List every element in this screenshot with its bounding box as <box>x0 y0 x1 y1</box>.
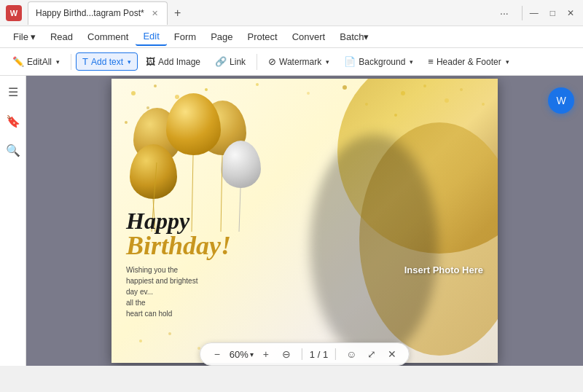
bottom-bar-sep <box>302 348 302 360</box>
minimize-button[interactable]: — <box>527 7 541 20</box>
wish-text: Wishing you thehappiest and brightestday… <box>126 264 381 319</box>
tab-bar: Happy Birthd...tagram Post* ✕ + <box>28 0 500 26</box>
menu-protect[interactable]: Protect <box>240 28 285 45</box>
smiley-button[interactable]: ☺ <box>343 346 359 362</box>
tab-close-icon[interactable]: ✕ <box>152 9 158 18</box>
tab-label: Happy Birthd...tagram Post* <box>36 8 144 18</box>
header-footer-button[interactable]: ≡ Header & Footer ▾ <box>421 52 515 71</box>
svg-point-18 <box>168 332 171 335</box>
svg-point-17 <box>139 340 142 342</box>
close-bar-button[interactable]: ✕ <box>384 346 400 362</box>
bottom-bar-sep-2 <box>335 348 336 360</box>
birthday-text: Birthday! <box>126 232 381 259</box>
toolbar-sep-2 <box>257 54 257 70</box>
menu-edit[interactable]: Edit <box>136 28 166 46</box>
menu-convert[interactable]: Convert <box>285 28 333 45</box>
watermark-icon: ⊘ <box>268 56 276 67</box>
edit-all-button[interactable]: ✏️ EditAll ▾ <box>6 52 66 71</box>
toolbar-sep-1 <box>71 54 71 70</box>
pdf-viewer[interactable]: Happy Birthday! Wishing you thehappiest … <box>26 76 583 366</box>
insert-photo-label: Insert Photo Here <box>404 264 483 275</box>
add-image-icon: 🖼 <box>146 56 155 67</box>
active-tab[interactable]: Happy Birthd...tagram Post* ✕ <box>28 1 168 25</box>
header-footer-icon: ≡ <box>428 56 434 67</box>
menu-page[interactable]: Page <box>203 28 240 45</box>
card-text-area: Happy Birthday! Wishing you thehappiest … <box>126 209 381 319</box>
main-layout: ☰ 🔖 🔍 <box>0 76 583 366</box>
svg-point-14 <box>307 92 310 95</box>
background-button[interactable]: 📄 Background ▾ <box>337 52 420 71</box>
zoom-percent[interactable]: 60% ▾ <box>230 349 254 360</box>
svg-point-15 <box>343 85 347 90</box>
header-footer-arrow: ▾ <box>506 58 509 66</box>
sidebar-icon-pages[interactable]: ☰ <box>3 82 23 102</box>
add-text-arrow: ▾ <box>128 58 131 66</box>
toolbar: ✏️ EditAll ▾ T Add text ▾ 🖼 Add Image 🔗 … <box>0 48 583 76</box>
menu-form[interactable]: Form <box>167 28 203 45</box>
maximize-button[interactable]: □ <box>547 7 558 20</box>
new-tab-button[interactable]: + <box>168 3 188 23</box>
watermark-arrow: ▾ <box>326 58 329 66</box>
add-text-icon: T <box>82 56 88 67</box>
bottom-toolbar: − 60% ▾ + ⊖ 1 / 1 ☺ ⤢ ✕ <box>200 342 410 366</box>
menu-comment[interactable]: Comment <box>80 28 136 45</box>
zoom-in-button[interactable]: + <box>258 346 274 362</box>
pdf-page: Happy Birthday! Wishing you thehappiest … <box>111 79 498 363</box>
menubar: File ▾ Read Comment Edit Form Page Prote… <box>0 26 583 48</box>
app-logo: W <box>6 5 22 21</box>
watermark-button[interactable]: ⊘ Watermark ▾ <box>262 52 336 71</box>
link-button[interactable]: 🔗 Link <box>208 52 252 71</box>
page-indicator: 1 / 1 <box>310 349 328 360</box>
titlebar-separator <box>522 6 523 20</box>
titlebar: W Happy Birthd...tagram Post* ✕ + ··· — … <box>0 0 583 26</box>
sidebar-icon-search[interactable]: 🔍 <box>3 140 23 160</box>
add-text-button[interactable]: T Add text ▾ <box>76 52 138 71</box>
card-background: Happy Birthday! Wishing you thehappiest … <box>111 79 498 363</box>
float-action-button[interactable]: W <box>548 87 574 114</box>
menu-read[interactable]: Read <box>43 28 80 45</box>
close-button[interactable]: ✕ <box>564 7 577 20</box>
zoom-reset-button[interactable]: ⊖ <box>278 346 294 362</box>
menu-batch[interactable]: Batch▾ <box>332 28 376 45</box>
zoom-out-button[interactable]: − <box>209 346 225 362</box>
more-options-button[interactable]: ··· <box>500 7 509 19</box>
file-menu[interactable]: File ▾ <box>6 28 43 45</box>
edit-all-icon: ✏️ <box>12 56 24 67</box>
sidebar: ☰ 🔖 🔍 <box>0 76 26 366</box>
link-icon: 🔗 <box>215 56 227 67</box>
background-icon: 📄 <box>344 56 356 67</box>
background-arrow: ▾ <box>410 58 413 66</box>
edit-all-arrow: ▾ <box>56 58 60 66</box>
add-image-button[interactable]: 🖼 Add Image <box>139 52 207 71</box>
expand-button[interactable]: ⤢ <box>364 346 380 362</box>
sidebar-icon-bookmarks[interactable]: 🔖 <box>3 111 23 131</box>
happy-text: Happy <box>126 209 381 232</box>
